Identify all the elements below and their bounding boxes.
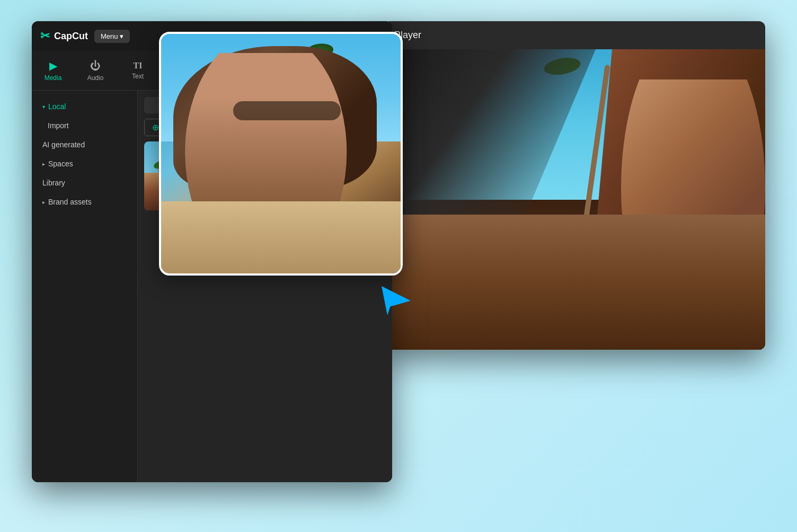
sidebar-item-brand-assets-label: Brand assets <box>48 198 92 206</box>
player-header: Player <box>384 21 765 49</box>
player-content <box>384 49 765 350</box>
beach-background <box>384 49 765 350</box>
media-icon: ▶ <box>49 59 57 72</box>
sidebar-item-ai-label: AI generated <box>42 140 85 149</box>
sidebar-item-spaces-label: Spaces <box>48 159 73 168</box>
sidebar-item-library-label: Library <box>42 179 65 187</box>
audio-icon: ⏻ <box>90 60 101 72</box>
tab-media[interactable]: ▶ Media <box>32 55 74 86</box>
sidebar-item-ai-generated[interactable]: AI generated <box>32 135 137 154</box>
tab-text[interactable]: TI Text <box>117 57 159 84</box>
import-plus-icon: ⊕ <box>152 122 159 132</box>
preview-card-image <box>161 34 401 273</box>
sidebar-item-local-label: Local <box>48 102 66 111</box>
logo: ✂ CapCut <box>40 29 88 43</box>
logo-icon: ✂ <box>40 29 50 43</box>
text-icon: TI <box>134 61 143 70</box>
menu-label: Menu ▾ <box>101 32 123 40</box>
sidebar-item-import-label: Import <box>48 121 69 130</box>
sidebar: Local Import AI generated Spaces Library… <box>32 91 138 482</box>
sidebar-item-local[interactable]: Local <box>32 97 137 116</box>
sidebar-item-brand-assets[interactable]: Brand assets <box>32 192 137 211</box>
sidebar-item-library[interactable]: Library <box>32 173 137 192</box>
menu-button[interactable]: Menu ▾ <box>94 30 130 43</box>
cursor-area <box>382 286 411 315</box>
logo-text: CapCut <box>54 31 88 42</box>
cursor-arrow <box>382 286 411 315</box>
tab-audio[interactable]: ⏻ Audio <box>74 56 117 86</box>
tab-media-label: Media <box>45 74 62 82</box>
preview-card <box>159 32 403 276</box>
tab-audio-label: Audio <box>87 74 104 82</box>
tab-text-label: Text <box>132 73 144 80</box>
player-panel: Player <box>384 21 765 350</box>
sidebar-item-import[interactable]: Import <box>32 116 137 135</box>
sidebar-item-spaces[interactable]: Spaces <box>32 154 137 173</box>
